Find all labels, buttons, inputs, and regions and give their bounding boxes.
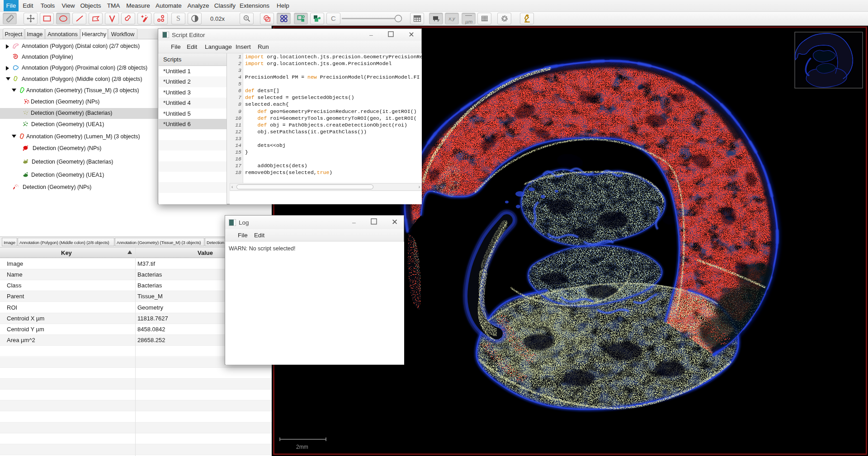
svg-text:2mm: 2mm bbox=[296, 444, 308, 450]
